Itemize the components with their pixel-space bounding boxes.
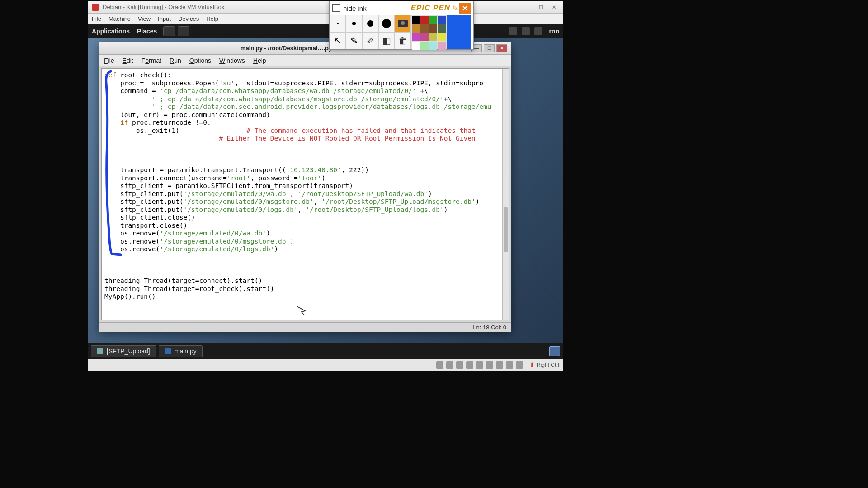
color-swatch[interactable] xyxy=(412,33,420,41)
editor-menu-run[interactable]: Run xyxy=(170,57,181,64)
trash-icon: 🗑 xyxy=(398,36,407,46)
vbox-display-icon[interactable] xyxy=(476,361,483,369)
virtualbox-menubar: File Machine View Input Devices Help xyxy=(88,14,563,24)
editor-statusbar: Ln: 18 Col: 0 xyxy=(99,322,511,332)
virtualbox-titlebar[interactable]: Debian - Kali [Running] - Oracle VM Virt… xyxy=(88,1,563,14)
virtualbox-window: Debian - Kali [Running] - Oracle VM Virt… xyxy=(88,1,563,371)
epic-pen-close-button[interactable]: ✕ xyxy=(459,3,471,14)
vbox-usb-icon[interactable] xyxy=(456,361,463,369)
virtualbox-icon xyxy=(92,4,99,11)
vbox-shared-icon[interactable] xyxy=(466,361,473,369)
guest-desktop: Applications Places Wed Apr 20 roo main.… xyxy=(88,24,563,359)
highlighter-tool[interactable]: ✐ xyxy=(362,32,378,49)
color-swatch[interactable] xyxy=(420,24,429,33)
workspace-switcher-icon[interactable] xyxy=(549,346,560,356)
user-menu[interactable]: roo xyxy=(549,28,559,35)
vbox-network-status-icon[interactable] xyxy=(516,361,523,369)
brush-size-2[interactable] xyxy=(346,15,362,32)
brush-size-4[interactable] xyxy=(378,15,395,32)
editor-menubar: File Edit Format Run Options Windows Hel… xyxy=(99,55,511,66)
color-swatch[interactable] xyxy=(438,24,446,33)
system-tray: roo xyxy=(509,27,559,35)
vbox-hdd-icon[interactable] xyxy=(436,361,443,369)
scrollbar-thumb[interactable] xyxy=(504,207,508,252)
vbox-menu-help[interactable]: Help xyxy=(206,15,218,22)
pen-tool[interactable]: ✎ xyxy=(346,32,362,49)
eraser-tool[interactable]: ◧ xyxy=(378,32,395,49)
vbox-menu-machine[interactable]: Machine xyxy=(108,15,131,22)
color-swatch[interactable] xyxy=(412,16,420,24)
idle-editor-window: main.py - /root/Desktop/mai….py — ☐ ✕ Fi… xyxy=(99,42,511,331)
camera-icon xyxy=(398,20,408,27)
terminal-icon[interactable] xyxy=(178,26,189,36)
vbox-menu-devices[interactable]: Devices xyxy=(178,15,199,22)
ink-cursor-icon xyxy=(295,305,308,317)
vbox-menu-file[interactable]: File xyxy=(92,15,101,22)
editor-menu-file[interactable]: File xyxy=(104,57,114,64)
vbox-mouse-icon[interactable] xyxy=(506,361,513,369)
clear-tool[interactable]: 🗑 xyxy=(395,32,411,49)
vbox-menu-input[interactable]: Input xyxy=(158,15,171,22)
epic-pen-toolbar[interactable]: hide ink EPIC PEN ✎ ✕ ↖ ✎ ✐ ◧ 🗑 xyxy=(329,1,474,50)
highlighter-icon: ✐ xyxy=(367,35,374,46)
host-key-arrow-icon: ⬇ xyxy=(529,361,535,369)
color-swatch[interactable] xyxy=(438,33,446,41)
color-swatch[interactable] xyxy=(429,24,437,33)
code-area[interactable]: def root_check(): proc = subprocess.Pope… xyxy=(101,68,509,320)
network-icon[interactable] xyxy=(522,27,530,35)
applications-menu[interactable]: Applications xyxy=(92,28,130,35)
vbox-close-button[interactable]: ✕ xyxy=(548,3,559,11)
pen-icon: ✎ xyxy=(350,35,358,46)
brush-size-1[interactable] xyxy=(330,15,346,32)
color-swatch[interactable] xyxy=(429,16,437,24)
pen-logo-icon: ✎ xyxy=(452,4,458,13)
color-swatch[interactable] xyxy=(412,24,420,33)
vbox-optical-icon[interactable] xyxy=(446,361,453,369)
python-icon xyxy=(165,348,171,354)
editor-menu-windows[interactable]: Windows xyxy=(219,57,245,64)
color-swatch[interactable] xyxy=(438,42,446,50)
hide-ink-checkbox[interactable] xyxy=(332,4,340,12)
cursor-position: Ln: 18 Col: 0 xyxy=(473,324,506,331)
guest-taskbar: [SFTP_Upload] main.py xyxy=(88,343,563,359)
virtualbox-statusbar: ⬇ Right Ctrl xyxy=(88,359,563,371)
color-swatch[interactable] xyxy=(429,42,437,50)
cursor-icon: ↖ xyxy=(334,35,342,46)
editor-menu-format[interactable]: Format xyxy=(142,57,161,64)
color-swatch[interactable] xyxy=(438,16,446,24)
screenshot-tool[interactable] xyxy=(395,15,411,32)
brush-size-3[interactable] xyxy=(362,15,378,32)
folder-icon xyxy=(97,348,103,354)
editor-menu-edit[interactable]: Edit xyxy=(123,57,133,64)
code-text[interactable]: def root_check(): proc = subprocess.Pope… xyxy=(102,69,509,304)
places-menu[interactable]: Places xyxy=(137,28,157,35)
color-swatch[interactable] xyxy=(420,33,429,41)
selected-color-swatch[interactable] xyxy=(447,15,471,49)
volume-icon[interactable] xyxy=(534,27,542,35)
vbox-maximize-button[interactable]: ☐ xyxy=(536,3,547,11)
vertical-scrollbar[interactable] xyxy=(502,69,509,320)
editor-menu-help[interactable]: Help xyxy=(253,57,266,64)
color-swatch[interactable] xyxy=(429,33,437,41)
iceweasel-icon[interactable] xyxy=(163,26,175,36)
color-swatch[interactable] xyxy=(420,42,429,50)
hide-ink-label: hide ink xyxy=(343,5,411,12)
vbox-menu-view[interactable]: View xyxy=(138,15,151,22)
vbox-minimize-button[interactable]: — xyxy=(523,3,534,11)
color-swatch[interactable] xyxy=(420,16,429,24)
eraser-icon: ◧ xyxy=(382,35,391,46)
taskbar-item-mainpy[interactable]: main.py xyxy=(159,345,203,357)
editor-close-button[interactable]: ✕ xyxy=(496,44,507,52)
vbox-cpu-icon[interactable] xyxy=(496,361,503,369)
vbox-recording-icon[interactable] xyxy=(486,361,493,369)
epic-pen-logo: EPIC PEN xyxy=(411,4,450,13)
color-swatch[interactable] xyxy=(412,42,420,50)
editor-maximize-button[interactable]: ☐ xyxy=(484,44,495,52)
epic-pen-tools: ↖ ✎ ✐ ◧ 🗑 xyxy=(330,15,473,49)
recorder-icon[interactable] xyxy=(509,27,517,35)
epic-pen-titlebar[interactable]: hide ink EPIC PEN ✎ ✕ xyxy=(330,1,473,15)
taskbar-item-sftp[interactable]: [SFTP_Upload] xyxy=(91,345,156,357)
editor-menu-options[interactable]: Options xyxy=(189,57,211,64)
color-palette xyxy=(411,15,447,49)
cursor-tool[interactable]: ↖ xyxy=(330,32,346,49)
